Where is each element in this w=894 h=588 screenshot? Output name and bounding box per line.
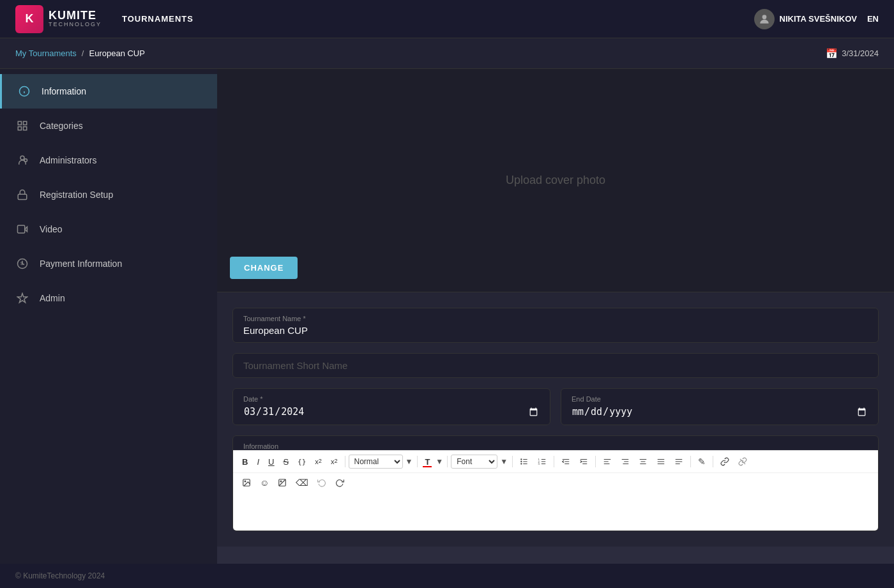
cover-photo-area: Upload cover photo CHANGE xyxy=(217,69,894,292)
tournament-name-field: Tournament Name * xyxy=(232,308,879,343)
rte-strikethrough-button[interactable]: S xyxy=(279,455,292,469)
rte-style-select[interactable]: Normal Heading 1 Heading 2 xyxy=(349,455,403,469)
rte-italic-button[interactable]: I xyxy=(253,455,263,469)
calendar-icon: 📅 xyxy=(826,48,838,59)
categories-icon xyxy=(15,119,29,133)
rte-align-right-button[interactable] xyxy=(617,455,633,469)
rte-ordered-list-button[interactable]: 1.2.3. xyxy=(534,455,550,469)
sidebar-item-categories[interactable]: Categories xyxy=(0,109,217,143)
header: K KUMITE TECHNOLOGY TOURNAMENTS NIKITA S… xyxy=(0,0,894,38)
form-area: Tournament Name * Date * End Date xyxy=(217,292,894,547)
breadcrumb-bar: My Tournaments / European CUP 📅 3/31/202… xyxy=(0,38,894,69)
cover-photo-text: Upload cover photo xyxy=(506,174,605,187)
logo-main: KUMITE xyxy=(49,10,102,22)
sidebar-item-registration-setup[interactable]: Registration Setup xyxy=(0,177,217,212)
rte-unlink-button[interactable] xyxy=(734,455,751,469)
rte-font-arrow: ▼ xyxy=(500,457,508,466)
rte-align-center-button[interactable] xyxy=(635,455,651,469)
rich-text-editor: Information B I U S {} x2 xyxy=(232,435,879,531)
sidebar-item-admin[interactable]: Admin xyxy=(0,281,217,315)
sidebar-item-video[interactable]: Video xyxy=(0,212,217,246)
logo-text: KUMITE TECHNOLOGY xyxy=(49,10,102,29)
svg-point-20 xyxy=(520,463,522,464)
rte-color-arrow: ▼ xyxy=(436,457,443,466)
end-date-input[interactable] xyxy=(572,405,868,418)
registration-setup-icon xyxy=(15,188,29,202)
rte-sep-2 xyxy=(417,456,418,467)
date-input[interactable] xyxy=(243,405,540,418)
rte-sep-5 xyxy=(554,456,554,467)
rte-align-extra-button[interactable] xyxy=(670,455,687,469)
date-display: 3/31/2024 xyxy=(842,49,879,58)
sidebar-item-label-information: Information xyxy=(42,86,86,96)
svg-rect-4 xyxy=(18,121,21,124)
svg-rect-7 xyxy=(24,127,27,130)
rte-outdent-button[interactable] xyxy=(557,455,574,469)
logo: K KUMITE TECHNOLOGY xyxy=(15,5,102,33)
rte-image-embed-button[interactable] xyxy=(238,476,255,490)
sidebar-item-payment-information[interactable]: $ Payment Information xyxy=(0,246,217,281)
date-label: Date * xyxy=(243,395,540,403)
rte-text-color-button[interactable]: T xyxy=(421,455,434,469)
rte-style-arrow: ▼ xyxy=(405,457,413,466)
administrators-icon xyxy=(15,153,29,167)
tournament-short-name-field xyxy=(232,353,879,378)
rte-code-button[interactable]: {} xyxy=(294,456,310,468)
change-cover-button[interactable]: CHANGE xyxy=(230,257,298,279)
user-info[interactable]: NIKITA SVEŠNIKOV xyxy=(754,9,857,29)
sidebar-item-label-video: Video xyxy=(40,224,63,234)
svg-line-53 xyxy=(279,479,286,486)
svg-point-52 xyxy=(280,481,282,482)
rte-bold-button[interactable]: B xyxy=(238,455,252,469)
rte-align-left-button[interactable] xyxy=(599,455,616,469)
svg-rect-10 xyxy=(18,194,27,199)
breadcrumb-current: European CUP xyxy=(89,49,144,58)
rte-sep-6 xyxy=(595,456,596,467)
rte-unordered-list-button[interactable] xyxy=(516,455,533,469)
rte-sep-1 xyxy=(345,456,345,467)
rte-subscript-button[interactable]: x2 xyxy=(327,456,342,468)
rte-link-button[interactable] xyxy=(716,455,733,469)
rte-sep-3 xyxy=(447,456,448,467)
svg-rect-5 xyxy=(24,121,27,124)
footer: © KumiteTechnology 2024 xyxy=(0,564,894,588)
sidebar-item-administrators[interactable]: Administrators xyxy=(0,143,217,177)
rte-undo-button[interactable] xyxy=(314,476,330,490)
sidebar-item-information[interactable]: Information xyxy=(0,74,217,109)
rte-highlight-button[interactable]: ✎ xyxy=(694,455,709,469)
svg-point-0 xyxy=(762,15,766,19)
svg-rect-11 xyxy=(18,225,25,233)
sidebar-item-label-admin: Admin xyxy=(40,293,65,303)
video-icon xyxy=(15,222,29,236)
nav-tournaments[interactable]: TOURNAMENTS xyxy=(122,14,193,24)
rte-toolbar-row1: B I U S {} x2 x2 Norm xyxy=(233,450,878,472)
rte-media-button[interactable] xyxy=(274,476,291,490)
svg-text:$: $ xyxy=(20,260,24,266)
logo-icon: K xyxy=(15,5,43,33)
tournament-name-input[interactable] xyxy=(243,325,868,336)
footer-text: © KumiteTechnology 2024 xyxy=(15,571,105,580)
breadcrumb-home-link[interactable]: My Tournaments xyxy=(15,49,77,58)
language-button[interactable]: EN xyxy=(867,14,879,24)
rte-underline-button[interactable]: U xyxy=(264,455,278,469)
rte-redo-button[interactable] xyxy=(331,476,348,490)
tournament-name-label: Tournament Name * xyxy=(243,315,868,322)
rte-toolbar-row2: ☺ ⌫ xyxy=(233,472,878,492)
rte-emoji-button[interactable]: ☺ xyxy=(256,476,273,490)
rte-body[interactable] xyxy=(233,492,878,531)
date-row: Date * End Date xyxy=(232,388,879,425)
rte-font-select[interactable]: Font Arial Georgia xyxy=(451,455,497,469)
sidebar-item-label-administrators: Administrators xyxy=(40,155,96,165)
rte-clear-format-button[interactable]: ⌫ xyxy=(292,476,312,490)
rte-superscript-button[interactable]: x2 xyxy=(311,456,326,468)
tournament-short-name-input[interactable] xyxy=(243,360,868,371)
rte-indent-button[interactable] xyxy=(575,455,592,469)
header-right: NIKITA SVEŠNIKOV EN xyxy=(754,9,879,29)
svg-point-50 xyxy=(245,481,246,482)
admin-icon xyxy=(15,291,29,305)
rte-sep-7 xyxy=(690,456,691,467)
user-name: NIKITA SVEŠNIKOV xyxy=(780,14,857,24)
end-date-label: End Date xyxy=(572,395,868,403)
rte-align-justify-button[interactable] xyxy=(653,455,669,469)
breadcrumb: My Tournaments / European CUP xyxy=(15,49,145,58)
